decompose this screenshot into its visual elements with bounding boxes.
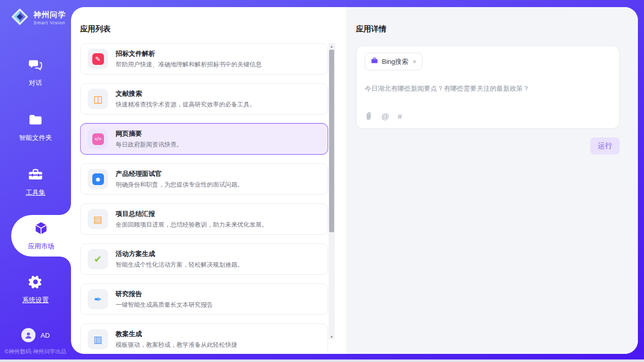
attach-toolbar: @ #	[365, 112, 402, 121]
app-desc: 帮助用户快速、准确地理解和解析招标书中的关键信息	[116, 60, 262, 69]
app-name: 研究报告	[116, 289, 213, 299]
run-button[interactable]: 运行	[590, 137, 620, 155]
bottom-edge-strip	[0, 359, 644, 362]
user-name: AD	[41, 332, 50, 339]
scrollbar-down-icon[interactable]: ▼	[329, 334, 335, 340]
app-card-pm-interviewer[interactable]: ☻ 产品经理面试官 明确身份和职责，为您提供专业性的面试问题。	[80, 163, 328, 195]
tender-edit-glyph: ✎	[92, 53, 104, 65]
brand-text: 神州问学 Smart Vision	[33, 10, 66, 25]
hash-icon[interactable]: #	[398, 112, 402, 121]
app-detail-title: 应用详情	[356, 24, 620, 34]
books-glyph: ▥	[93, 335, 102, 344]
app-card-texts: 文献搜索 快速精准查找学术资源，提高研究效率的必备工具。	[116, 89, 256, 109]
app-name: 活动方案生成	[116, 249, 243, 259]
sidebar-item-smart-folder[interactable]: 智能文件夹	[0, 105, 71, 149]
book-glyph: ◫	[93, 94, 102, 104]
sidebar-item-label: 对话	[29, 79, 42, 88]
app-name: 产品经理面试官	[116, 169, 243, 178]
app-desc: 每日政府新闻资讯快查。	[116, 140, 183, 149]
tool-tag-bing-search[interactable]: Bing搜索 ×	[365, 53, 422, 70]
app-name: 教案生成	[116, 330, 237, 339]
user-row[interactable]: AD	[0, 328, 71, 342]
app-desc: 全面回顾项目进展，总结经验教训，助力未来优化发展。	[116, 221, 268, 229]
scrollbar-thumb[interactable]	[329, 50, 334, 232]
app-desc: 快速精准查找学术资源，提高研究效率的必备工具。	[116, 100, 256, 109]
app-card-texts: 网页摘要 每日政府新闻资讯快查。	[116, 129, 183, 149]
gear-icon	[28, 274, 43, 292]
app-card-texts: 产品经理面试官 明确身份和职责，为您提供专业性的面试问题。	[116, 169, 243, 189]
sidebar-item-label: 系统设置	[22, 296, 49, 305]
chat-icon	[28, 57, 43, 75]
research-glyph: ✒	[94, 295, 102, 304]
brand: 神州问学 Smart Vision	[0, 0, 71, 28]
main-content: 应用列表 ✎ 招标文件解析 帮助用户快速、准确地理解和解析招标书中的关键信息 ◫…	[71, 7, 638, 354]
app-card-texts: 活动方案生成 智能生成个性化活动方案，轻松解决规划难题。	[116, 249, 243, 269]
sidebar-item-app-market[interactable]: 应用市场	[11, 215, 71, 257]
interviewer-icon: ☻	[88, 169, 108, 189]
app-desc: 模板驱动，教案秒成，教学准备从此轻松快捷	[116, 341, 237, 349]
at-icon[interactable]: @	[381, 112, 389, 121]
paperclip-icon[interactable]	[365, 112, 373, 121]
app-card-texts: 研究报告 一键智能生成高质量长文本研究报告	[116, 289, 213, 309]
app-card-project-summary[interactable]: ▤ 项目总结汇报 全面回顾项目进展，总结经验教训，助力未来优化发展。	[80, 203, 328, 235]
folder-icon	[28, 112, 43, 129]
app-desc: 智能生成个性化活动方案，轻松解决规划难题。	[116, 261, 243, 269]
brand-subtitle: Smart Vision	[33, 20, 66, 25]
app-list-title: 应用列表	[80, 24, 111, 34]
sidebar: 神州问学 Smart Vision 对话 智能文件夹 工具集	[0, 0, 71, 359]
app-card-research-report[interactable]: ✒ 研究报告 一键智能生成高质量长文本研究报告	[80, 283, 328, 315]
app-list-pane: 应用列表 ✎ 招标文件解析 帮助用户快速、准确地理解和解析招标书中的关键信息 ◫…	[71, 7, 346, 354]
sidebar-footer: ©神州数码·神州问学出品	[0, 348, 71, 355]
app-card-webpage-summary[interactable]: </> 网页摘要 每日政府新闻资讯快查。	[80, 123, 328, 155]
app-desc: 一键智能生成高质量长文本研究报告	[116, 301, 213, 309]
list-scrollbar[interactable]: ▲ ▼	[329, 43, 335, 340]
scrollbar-up-icon[interactable]: ▲	[329, 43, 335, 49]
notes-icon: ▤	[88, 209, 108, 229]
clipboard-check-icon: ✔	[88, 249, 108, 269]
sidebar-item-label: 工具集	[26, 188, 46, 197]
app-cards: ✎ 招标文件解析 帮助用户快速、准确地理解和解析招标书中的关键信息 ◫ 文献搜索…	[80, 43, 328, 353]
clipboard-check-glyph: ✔	[94, 255, 102, 264]
brand-name: 神州问学	[33, 10, 66, 20]
app-name: 文献搜索	[116, 89, 256, 98]
app-name: 招标文件解析	[116, 49, 262, 58]
tool-tag-label: Bing搜索	[382, 57, 408, 66]
app-card-texts: 项目总结汇报 全面回顾项目进展，总结经验教训，助力未来优化发展。	[116, 209, 268, 229]
sidebar-item-chat[interactable]: 对话	[0, 51, 71, 94]
app-card-activity-plan[interactable]: ✔ 活动方案生成 智能生成个性化活动方案，轻松解决规划难题。	[80, 243, 328, 275]
app-card-texts: 招标文件解析 帮助用户快速、准确地理解和解析招标书中的关键信息	[116, 49, 262, 69]
webpage-code-glyph: </>	[92, 133, 104, 145]
interviewer-glyph: ☻	[92, 173, 104, 185]
app-name: 项目总结汇报	[116, 209, 268, 219]
app-card-lesson-plan[interactable]: ▥ 教案生成 模板驱动，教案秒成，教学准备从此轻松快捷	[80, 323, 328, 353]
app-card-texts: 教案生成 模板驱动，教案秒成，教学准备从此轻松快捷	[116, 330, 237, 349]
app-desc: 明确身份和职责，为您提供专业性的面试问题。	[116, 180, 243, 189]
sidebar-item-settings[interactable]: 系统设置	[0, 268, 71, 311]
app-card-tender-parse[interactable]: ✎ 招标文件解析 帮助用户快速、准确地理解和解析招标书中的关键信息	[80, 43, 328, 75]
sidebar-nav: 对话 智能文件夹 工具集 应用市场 系统设置	[0, 51, 71, 322]
webpage-code-icon: </>	[88, 129, 108, 149]
tender-edit-icon: ✎	[88, 49, 108, 69]
sidebar-item-toolset[interactable]: 工具集	[0, 160, 71, 204]
book-icon: ◫	[88, 89, 108, 109]
app-detail-pane: 应用详情 Bing搜索 × 今日湖北有哪些新闻要点？有哪些需要关注的最新政策？ …	[346, 7, 638, 354]
brand-logo-diamond-icon	[10, 7, 29, 28]
research-icon: ✒	[88, 289, 108, 309]
avatar	[21, 328, 35, 342]
notes-glyph: ▤	[93, 214, 102, 224]
prompt-card: Bing搜索 × 今日湖北有哪些新闻要点？有哪些需要关注的最新政策？ @ #	[356, 46, 620, 129]
app-name: 网页摘要	[116, 129, 183, 138]
cube-icon	[33, 221, 49, 238]
query-text[interactable]: 今日湖北有哪些新闻要点？有哪些需要关注的最新政策？	[365, 84, 611, 93]
tag-close-icon[interactable]: ×	[413, 58, 416, 65]
sidebar-item-label: 应用市场	[28, 242, 54, 251]
briefcase-icon	[371, 57, 378, 66]
app-card-literature-search[interactable]: ◫ 文献搜索 快速精准查找学术资源，提高研究效率的必备工具。	[80, 83, 328, 115]
books-icon: ▥	[88, 329, 108, 349]
toolbox-icon	[28, 167, 43, 184]
sidebar-item-label: 智能文件夹	[19, 133, 52, 142]
